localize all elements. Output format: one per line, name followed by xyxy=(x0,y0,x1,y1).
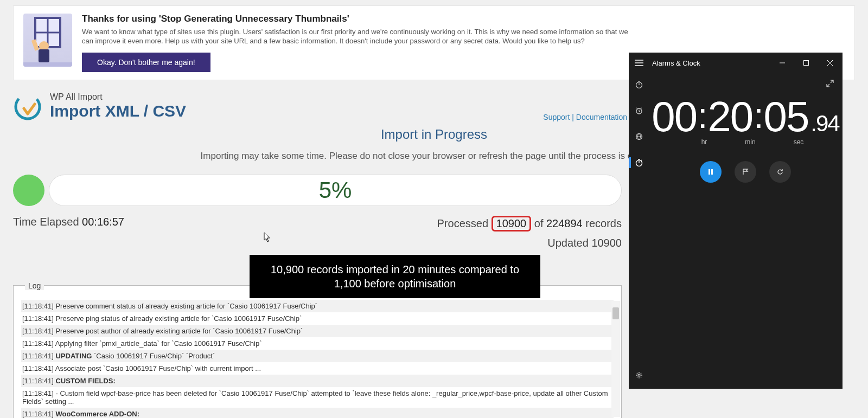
close-button[interactable] xyxy=(818,53,842,73)
log-entry: [11:18:41] Preserve ping status of alrea… xyxy=(21,312,614,325)
nav-rail xyxy=(629,73,649,388)
notice-text: We want to know what type of sites use t… xyxy=(82,28,630,46)
log-legend: Log xyxy=(25,281,44,290)
rail-settings[interactable] xyxy=(629,368,649,383)
minutes: 20 xyxy=(707,95,752,138)
minimize-button[interactable] xyxy=(770,53,794,73)
time-elapsed: Time Elapsed 00:16:57 xyxy=(13,216,124,231)
label-min: min xyxy=(745,138,755,146)
processed-label: Processed xyxy=(437,217,492,229)
log-scrollbar[interactable] xyxy=(611,301,620,417)
svg-rect-16 xyxy=(709,169,710,175)
time-elapsed-label: Time Elapsed xyxy=(13,216,82,228)
time-labels: hr min sec xyxy=(687,138,804,146)
world-clock-icon xyxy=(635,132,643,141)
seconds: 05 xyxy=(764,95,809,138)
updated-value: 10900 xyxy=(591,237,622,249)
log-entry: [11:18:41] WooCommerce ADD-ON: xyxy=(21,408,614,418)
label-sec: sec xyxy=(794,138,804,146)
reset-button[interactable] xyxy=(769,161,791,183)
annotation-callout: 10,900 records imported in 20 minutes co… xyxy=(250,255,540,298)
support-link[interactable]: Support xyxy=(543,113,570,121)
page-titles: WP All Import Import XML / CSV xyxy=(50,92,186,120)
updated-label: Updated xyxy=(547,237,591,249)
hours: 00 xyxy=(652,95,697,138)
time-elapsed-value: 00:16:57 xyxy=(82,216,124,228)
updated-count: Updated 10900 xyxy=(13,237,622,249)
hamburger-icon xyxy=(635,60,643,66)
alarm-icon xyxy=(635,106,643,115)
stopwatch-display: 00 : 20 : 05 .94 xyxy=(652,95,839,139)
log-entry: [11:18:41] Associate post `Casio 1006191… xyxy=(21,362,614,375)
minimize-icon xyxy=(779,60,786,66)
rail-stopwatch[interactable] xyxy=(629,155,649,170)
maximize-icon xyxy=(803,60,809,66)
log-entry: [11:18:41] Preserve comment status of al… xyxy=(21,300,614,312)
pause-button[interactable] xyxy=(700,161,722,183)
processed-of: of xyxy=(531,217,546,229)
rail-alarm[interactable] xyxy=(629,103,649,118)
flag-icon xyxy=(742,168,749,176)
log-entry: [11:18:41] Applying filter `pmxi_article… xyxy=(21,337,614,350)
log-list: [11:18:41] Preserve comment status of al… xyxy=(21,300,614,418)
pause-icon xyxy=(707,168,714,176)
page-title: Import XML / CSV xyxy=(50,102,186,120)
progress-bar-row: 5% xyxy=(13,175,622,206)
wp-all-import-logo xyxy=(13,92,42,121)
rail-timer[interactable] xyxy=(629,77,649,92)
expand-icon xyxy=(826,79,834,88)
label-hr: hr xyxy=(701,138,707,146)
link-separator: | xyxy=(570,113,576,121)
svg-rect-7 xyxy=(23,62,72,67)
documentation-link[interactable]: Documentation xyxy=(576,113,627,121)
svg-rect-5 xyxy=(39,49,49,62)
lap-button[interactable] xyxy=(735,161,756,183)
stopwatch-content: 00 : 20 : 05 .94 hr min sec xyxy=(649,73,842,388)
reset-icon xyxy=(776,168,784,176)
progress-percent: 5% xyxy=(319,177,352,203)
processed-suffix: records xyxy=(583,217,622,229)
notice-body: Thanks for using 'Stop Generating Unnece… xyxy=(82,14,630,72)
log-entry: [11:18:41] Preserve post author of alrea… xyxy=(21,325,614,337)
progress-status-dot xyxy=(13,175,44,206)
notice-illustration xyxy=(23,14,72,67)
sep1: : xyxy=(697,95,707,136)
stopwatch-controls xyxy=(700,161,791,183)
processed-value: 10900 xyxy=(492,216,532,231)
progress-bar: 5% xyxy=(49,175,622,206)
svg-point-8 xyxy=(13,92,42,121)
breadcrumb: WP All Import xyxy=(50,92,186,102)
alarms-clock-window: Alarms & Clock 00 : 20 : 05 .94 hr xyxy=(629,53,842,388)
sep2: : xyxy=(752,95,763,136)
svg-point-15 xyxy=(638,374,640,376)
close-icon xyxy=(827,60,833,66)
log-scrollbar-thumb[interactable] xyxy=(612,307,619,319)
stopwatch-icon xyxy=(635,158,643,167)
window-body: 00 : 20 : 05 .94 hr min sec xyxy=(629,73,842,388)
log-entry: [11:18:41] - Custom field wpcf-base-pric… xyxy=(21,387,614,408)
log-entry: [11:18:41] CUSTOM FIELDS: xyxy=(21,375,614,387)
svg-rect-17 xyxy=(711,169,713,175)
titlebar[interactable]: Alarms & Clock xyxy=(629,53,842,73)
rail-world-clock[interactable] xyxy=(629,129,649,144)
progress-metrics: Time Elapsed 00:16:57 Processed 10900 of… xyxy=(13,216,622,231)
window-title: Alarms & Clock xyxy=(652,59,770,67)
timer-icon xyxy=(635,80,643,89)
processed-count: Processed 10900 of 224894 records xyxy=(437,216,622,231)
svg-rect-9 xyxy=(804,61,809,66)
gear-icon xyxy=(635,371,643,380)
log-entry: [11:18:41] UPDATING `Casio 10061917 Fuse… xyxy=(21,350,614,362)
dismiss-notice-button[interactable]: Okay. Don't bother me again! xyxy=(82,53,210,72)
expand-button[interactable] xyxy=(826,79,834,88)
processed-total: 224894 xyxy=(546,217,583,229)
notice-title: Thanks for using 'Stop Generating Unnece… xyxy=(82,14,630,24)
centiseconds: .94 xyxy=(810,111,839,137)
hamburger-button[interactable] xyxy=(629,53,649,73)
log-frame: [11:18:41] Preserve comment status of al… xyxy=(13,285,622,418)
maximize-button[interactable] xyxy=(794,53,818,73)
